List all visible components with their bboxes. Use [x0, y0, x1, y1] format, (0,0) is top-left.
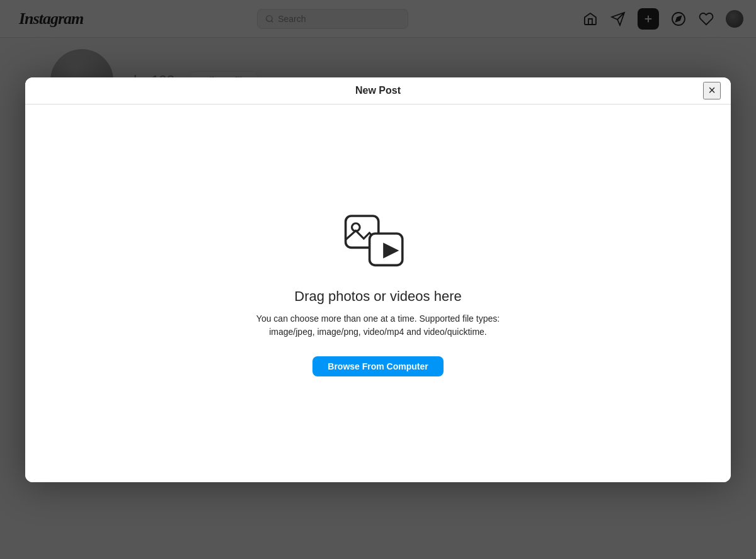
modal-close-button[interactable]: × [703, 82, 721, 99]
upload-icon-container [343, 210, 413, 273]
new-post-modal: New Post × Drag photos or videos here Yo [25, 77, 731, 482]
modal-title: New Post [355, 85, 401, 96]
modal-overlay: New Post × Drag photos or videos here Yo [0, 0, 756, 559]
drag-drop-subtitle: You can choose more than one at a time. … [246, 312, 510, 339]
video-icon [367, 228, 413, 273]
drag-drop-title: Drag photos or videos here [294, 288, 461, 305]
modal-header: New Post × [25, 77, 731, 104]
browse-from-computer-button[interactable]: Browse From Computer [312, 356, 443, 376]
modal-body: Drag photos or videos here You can choos… [25, 104, 731, 482]
